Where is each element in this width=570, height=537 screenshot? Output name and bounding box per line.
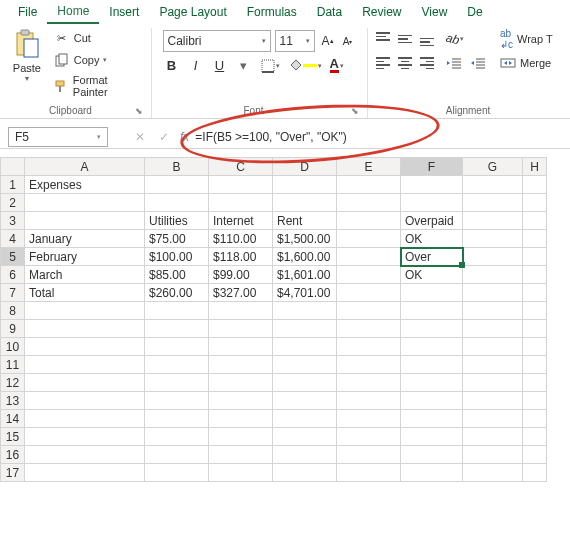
dialog-launcher-icon[interactable]: ⬊ [349,106,361,116]
cell-E13[interactable] [337,392,401,410]
cell-G5[interactable] [463,248,523,266]
cell-D10[interactable] [273,338,337,356]
cell-H16[interactable] [523,446,547,464]
cell-H14[interactable] [523,410,547,428]
cell-G16[interactable] [463,446,523,464]
cell-B17[interactable] [145,464,209,482]
cell-B5[interactable]: $100.00 [145,248,209,266]
cell-A8[interactable] [25,302,145,320]
cell-C7[interactable]: $327.00 [209,284,273,302]
cell-C2[interactable] [209,194,273,212]
cell-A9[interactable] [25,320,145,338]
cell-E5[interactable] [337,248,401,266]
chevron-down-icon[interactable]: ▾ [306,37,310,45]
cell-D15[interactable] [273,428,337,446]
row-header-12[interactable]: 12 [1,374,25,392]
cell-H13[interactable] [523,392,547,410]
cell-B14[interactable] [145,410,209,428]
dialog-launcher-icon[interactable]: ⬊ [133,106,145,116]
orientation-button[interactable]: ab ▾ [446,30,464,48]
tab-developer-cut[interactable]: De [457,1,492,23]
cell-A16[interactable] [25,446,145,464]
wrap-text-button[interactable]: ab↲c Wrap T [500,28,553,50]
tab-pagelayout[interactable]: Page Layout [149,1,236,23]
decrease-indent-button[interactable] [446,54,466,72]
col-header-H[interactable]: H [523,158,547,176]
col-header-G[interactable]: G [463,158,523,176]
cell-F9[interactable] [401,320,463,338]
cell-B2[interactable] [145,194,209,212]
row-header-2[interactable]: 2 [1,194,25,212]
align-right-button[interactable] [418,54,436,72]
cell-C14[interactable] [209,410,273,428]
cell-G12[interactable] [463,374,523,392]
cell-E7[interactable] [337,284,401,302]
cell-D17[interactable] [273,464,337,482]
cancel-formula-button[interactable]: ✕ [132,130,148,144]
underline-button[interactable]: U [211,58,229,73]
cell-F13[interactable] [401,392,463,410]
cell-C17[interactable] [209,464,273,482]
col-header-A[interactable]: A [25,158,145,176]
cell-E10[interactable] [337,338,401,356]
row-header-14[interactable]: 14 [1,410,25,428]
cell-A10[interactable] [25,338,145,356]
increase-indent-button[interactable] [470,54,490,72]
cell-F10[interactable] [401,338,463,356]
row-header-6[interactable]: 6 [1,266,25,284]
cell-C12[interactable] [209,374,273,392]
border-button[interactable]: ▾ [261,59,280,73]
cell-C15[interactable] [209,428,273,446]
chevron-down-icon[interactable]: ▾ [276,62,280,70]
enter-formula-button[interactable]: ✓ [156,130,172,144]
tab-home[interactable]: Home [47,0,99,24]
col-header-D[interactable]: D [273,158,337,176]
cell-G15[interactable] [463,428,523,446]
tab-formulas[interactable]: Formulas [237,1,307,23]
tab-data[interactable]: Data [307,1,352,23]
cell-F12[interactable] [401,374,463,392]
format-painter-button[interactable]: Format Painter [50,72,145,100]
cell-F3[interactable]: Overpaid [401,212,463,230]
decrease-font-button[interactable]: A▾ [339,30,357,52]
cell-F8[interactable] [401,302,463,320]
cell-E4[interactable] [337,230,401,248]
cell-E2[interactable] [337,194,401,212]
fill-handle[interactable] [459,262,465,268]
align-middle-button[interactable] [396,30,414,48]
paste-button[interactable]: Paste ▾ [8,28,46,83]
chevron-down-icon[interactable]: ▾ [25,74,29,83]
cell-F16[interactable] [401,446,463,464]
cell-A12[interactable] [25,374,145,392]
cell-D12[interactable] [273,374,337,392]
chevron-down-icon[interactable]: ▾ [340,62,344,70]
cell-E6[interactable] [337,266,401,284]
cell-B10[interactable] [145,338,209,356]
worksheet-grid[interactable]: A B C D E F G H 1Expenses23UtilitiesInte… [0,157,547,482]
col-header-E[interactable]: E [337,158,401,176]
cell-A13[interactable] [25,392,145,410]
cell-E9[interactable] [337,320,401,338]
row-header-10[interactable]: 10 [1,338,25,356]
cell-B9[interactable] [145,320,209,338]
cell-E12[interactable] [337,374,401,392]
cut-button[interactable]: ✂ Cut [50,28,145,48]
cell-H10[interactable] [523,338,547,356]
copy-button[interactable]: Copy ▾ [50,50,145,70]
cell-B13[interactable] [145,392,209,410]
cell-A11[interactable] [25,356,145,374]
cell-H9[interactable] [523,320,547,338]
chevron-down-icon[interactable]: ▾ [103,56,107,64]
cell-C16[interactable] [209,446,273,464]
cell-F14[interactable] [401,410,463,428]
cell-C6[interactable]: $99.00 [209,266,273,284]
cell-D1[interactable] [273,176,337,194]
align-top-button[interactable] [374,30,392,48]
row-header-8[interactable]: 8 [1,302,25,320]
cell-E8[interactable] [337,302,401,320]
cell-G9[interactable] [463,320,523,338]
cell-G13[interactable] [463,392,523,410]
cell-F7[interactable] [401,284,463,302]
col-header-B[interactable]: B [145,158,209,176]
cell-B16[interactable] [145,446,209,464]
